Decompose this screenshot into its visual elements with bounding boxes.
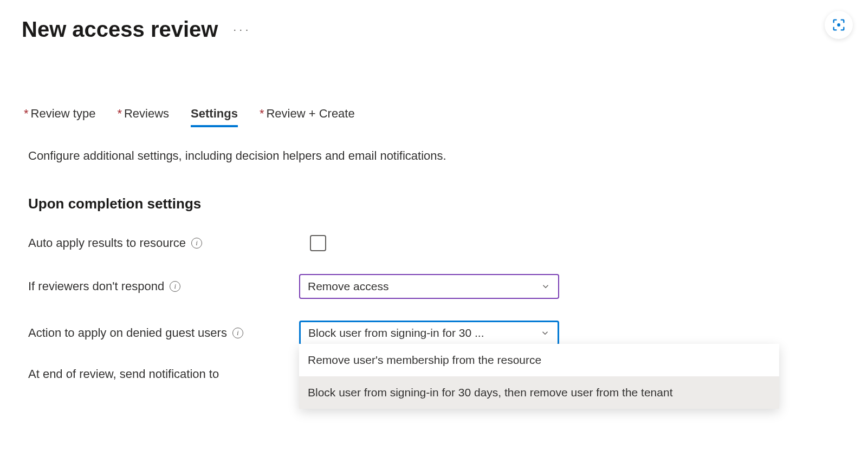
required-marker: * (24, 107, 29, 121)
action-denied-label: Action to apply on denied guest users (28, 326, 227, 340)
tab-review-type[interactable]: * Review type (24, 107, 95, 127)
chevron-down-icon (540, 328, 550, 338)
info-icon[interactable]: i (191, 238, 202, 249)
svg-point-0 (837, 23, 840, 27)
tab-reviews[interactable]: * Reviews (117, 107, 169, 127)
auto-apply-checkbox[interactable] (310, 235, 326, 251)
dropdown-option-remove-membership[interactable]: Remove user's membership from the resour… (299, 344, 779, 376)
reviewers-no-response-label: If reviewers don't respond (28, 279, 164, 293)
page-title: New access review (22, 17, 218, 42)
info-icon[interactable]: i (232, 328, 243, 338)
tab-bar: * Review type * Reviews Settings * Revie… (24, 107, 846, 127)
focus-mode-icon (831, 17, 846, 32)
tab-label: Review + Create (266, 107, 354, 121)
auto-apply-label: Auto apply results to resource (28, 236, 186, 250)
required-marker: * (260, 107, 264, 121)
tab-review-create[interactable]: * Review + Create (260, 107, 355, 127)
end-notification-label: At end of review, send notification to (28, 367, 219, 381)
tab-settings[interactable]: Settings (191, 107, 238, 127)
action-denied-dropdown[interactable]: Block user from signing-in for 30 ... Re… (299, 321, 559, 345)
required-marker: * (117, 107, 122, 121)
reviewers-no-response-dropdown[interactable]: Remove access (299, 274, 559, 299)
dropdown-value: Remove access (308, 280, 388, 293)
tab-label: Review type (31, 107, 96, 121)
tab-label: Reviews (124, 107, 169, 121)
upon-completion-heading: Upon completion settings (28, 195, 846, 212)
focus-mode-button[interactable] (825, 11, 853, 39)
info-icon[interactable]: i (170, 281, 180, 292)
settings-description: Configure additional settings, including… (28, 149, 846, 163)
chevron-down-icon (541, 282, 550, 291)
more-actions-button[interactable]: · · · (231, 23, 250, 36)
action-denied-dropdown-panel: Remove user's membership from the resour… (299, 344, 779, 409)
dropdown-value: Block user from signing-in for 30 ... (308, 327, 484, 340)
tab-label: Settings (191, 107, 238, 121)
dropdown-option-block-signin[interactable]: Block user from signing-in for 30 days, … (299, 376, 779, 409)
